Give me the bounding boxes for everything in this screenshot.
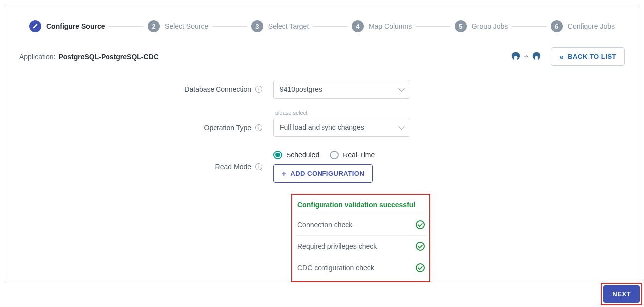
db-connection-value: 9410postgres — [280, 85, 322, 93]
read-mode-label: Read Mode i — [19, 163, 273, 171]
db-connection-field: 9410postgres — [273, 80, 410, 99]
step-line — [313, 26, 348, 27]
step-label: Map Columns — [369, 22, 412, 30]
stepper: Configure Source 2 Select Source 3 Selec… — [29, 20, 615, 32]
plus-icon: + — [282, 170, 286, 177]
info-icon[interactable]: i — [255, 124, 262, 131]
validation-check-row: CDC configuration check — [295, 257, 427, 278]
step-line — [512, 26, 547, 27]
info-icon[interactable]: i — [255, 163, 262, 170]
next-highlight: NEXT — [601, 283, 642, 305]
back-to-list-label: BACK TO LIST — [568, 53, 616, 60]
step-label: Select Target — [268, 22, 309, 30]
radio-realtime-label: Real-Time — [343, 151, 375, 159]
row-read-mode: Read Mode i Scheduled Real-Time + ADD CO… — [19, 151, 625, 183]
add-configuration-button[interactable]: + ADD CONFIGURATION — [273, 164, 373, 183]
step-badge: 3 — [251, 20, 263, 32]
check-success-icon — [416, 263, 425, 272]
operation-type-field: please select Full load and sync changes — [273, 110, 410, 137]
application-header: Application: PostgreSQL-PostgreSQL-CDC «… — [19, 47, 625, 66]
radio-dot-icon — [273, 151, 282, 159]
validation-check-label: Required privileges check — [297, 242, 377, 250]
operation-type-label-text: Operation Type — [204, 124, 251, 132]
page-card: Configure Source 2 Select Source 3 Selec… — [4, 4, 640, 283]
step-1[interactable]: Configure Source — [29, 20, 105, 32]
step-5[interactable]: 5 Group Jobs — [455, 20, 508, 32]
postgres-icon — [510, 51, 521, 62]
back-to-list-button[interactable]: « BACK TO LIST — [551, 47, 625, 66]
db-connection-label-text: Database Connection — [184, 85, 251, 93]
validation-check-label: Connection check — [297, 221, 352, 229]
step-4[interactable]: 4 Map Columns — [352, 20, 412, 32]
next-button[interactable]: NEXT — [603, 285, 640, 303]
db-type-icons — [510, 51, 542, 62]
validation-check-row: Required privileges check — [295, 236, 427, 257]
step-label: Group Jobs — [472, 22, 508, 30]
step-label: Configure Source — [46, 22, 105, 30]
validation-panel: Configuration validation successful Conn… — [291, 194, 430, 282]
step-line — [108, 26, 144, 27]
radio-dot-icon — [330, 151, 339, 159]
radio-realtime[interactable]: Real-Time — [330, 151, 375, 159]
row-operation-type: Operation Type i please select Full load… — [19, 110, 625, 137]
pencil-icon — [29, 20, 41, 32]
operation-type-select[interactable]: Full load and sync changes — [273, 118, 410, 137]
read-mode-radio-group: Scheduled Real-Time — [273, 151, 375, 159]
step-label: Select Source — [165, 22, 208, 30]
chevron-left-double-icon: « — [559, 53, 564, 60]
next-button-label: NEXT — [612, 290, 631, 298]
step-6[interactable]: 6 Configure Jobs — [551, 20, 615, 32]
info-icon[interactable]: i — [255, 86, 262, 93]
application-name: PostgreSQL-PostgreSQL-CDC — [58, 53, 158, 61]
step-line — [212, 26, 247, 27]
validation-title: Configuration validation successful — [295, 198, 427, 214]
step-label: Configure Jobs — [568, 22, 615, 30]
db-connection-select[interactable]: 9410postgres — [273, 80, 410, 99]
operation-type-value: Full load and sync changes — [280, 123, 364, 131]
step-line — [416, 26, 451, 27]
arrow-right-icon — [523, 54, 529, 60]
application-label-text: Application: — [19, 53, 55, 61]
step-badge: 4 — [352, 20, 364, 32]
row-db-connection: Database Connection i 9410postgres — [19, 80, 625, 99]
read-mode-field: Scheduled Real-Time + ADD CONFIGURATION — [273, 151, 375, 183]
add-configuration-label: ADD CONFIGURATION — [290, 170, 364, 177]
operation-type-hint: please select — [273, 110, 410, 116]
application-label: Application: PostgreSQL-PostgreSQL-CDC — [19, 53, 159, 61]
check-success-icon — [416, 220, 425, 229]
check-success-icon — [416, 242, 425, 251]
operation-type-label: Operation Type i — [19, 124, 273, 137]
radio-scheduled[interactable]: Scheduled — [273, 151, 319, 159]
read-mode-label-text: Read Mode — [215, 163, 251, 171]
step-3[interactable]: 3 Select Target — [251, 20, 309, 32]
db-connection-label: Database Connection i — [19, 85, 273, 93]
postgres-icon — [531, 51, 542, 62]
header-actions: « BACK TO LIST — [510, 47, 625, 66]
step-badge: 2 — [148, 20, 160, 32]
step-2[interactable]: 2 Select Source — [148, 20, 208, 32]
radio-scheduled-label: Scheduled — [286, 151, 319, 159]
validation-check-row: Connection check — [295, 214, 427, 236]
step-badge: 6 — [551, 20, 563, 32]
step-badge: 5 — [455, 20, 467, 32]
validation-check-label: CDC configuration check — [297, 264, 374, 272]
